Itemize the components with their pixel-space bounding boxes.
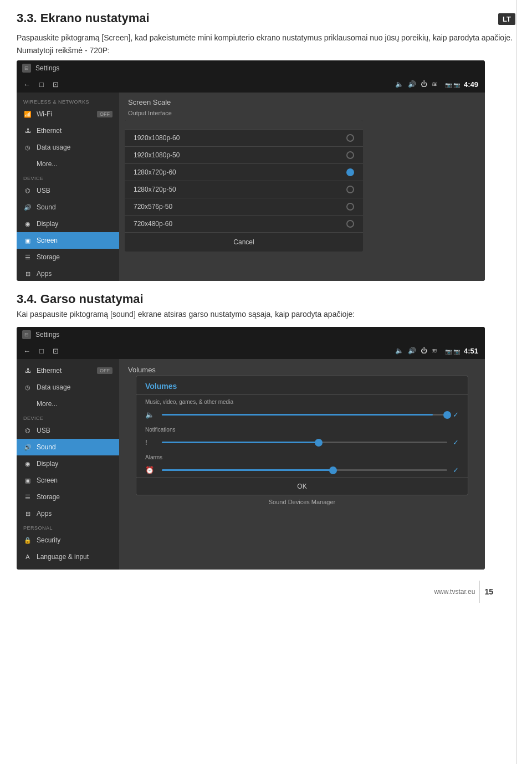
back-icon-sound[interactable]: ←: [23, 347, 30, 355]
sidebar-item-display-sound[interactable]: ◉ Display: [17, 455, 119, 472]
sound-time-badge: 📷 📷 4:51: [445, 347, 478, 355]
backup-icon-sound: ⟳: [23, 569, 32, 570]
sidebar-item-storage[interactable]: ☰ Storage: [17, 249, 119, 265]
overflow-sound-icon[interactable]: ≋: [432, 347, 437, 355]
sidebar-item-security-sound[interactable]: 🔒 Security: [17, 532, 119, 548]
radio-1280-50[interactable]: [346, 186, 354, 193]
volumes-dialog-box: Volumes Music, video, games, & other med…: [136, 376, 468, 495]
sidebar-item-more-sound[interactable]: More...: [17, 396, 119, 412]
sidebar-item-usb[interactable]: ⌬ USB: [17, 182, 119, 199]
notifications-volume-icon: !: [145, 438, 157, 447]
sidebar-item-storage-sound[interactable]: ☰ Storage: [17, 489, 119, 505]
language-icon-sound: A: [23, 552, 32, 561]
notifications-slider-track[interactable]: [162, 442, 447, 443]
resolution-item-1280-60[interactable]: 1280x720p-60: [125, 163, 363, 181]
volumes-ok-button[interactable]: OK: [136, 478, 468, 495]
sidebar-item-screen[interactable]: ▣ Screen: [17, 232, 119, 249]
sound-screenshot-body: 🖧 Ethernet OFF ◷ Data usage More... DEVI…: [17, 359, 485, 570]
usb-icon: ⌬: [23, 186, 32, 195]
section-34-header: 3.4. Garso nustatymai Kai paspausite pik…: [17, 292, 515, 320]
back-icon[interactable]: ←: [23, 80, 30, 89]
wifi-label: Wi-Fi: [37, 110, 52, 118]
wireless-section-label: WIRELESS & NETWORKS: [17, 96, 119, 106]
sidebar-item-more[interactable]: More...: [17, 156, 119, 172]
resolution-item-1280-50[interactable]: 1280x720p-50: [125, 181, 363, 198]
radio-1920-60[interactable]: [346, 134, 354, 142]
ethernet-icon: 🖧: [23, 126, 32, 135]
resolution-cancel-button[interactable]: Cancel: [125, 232, 363, 252]
security-label-sound: Security: [37, 536, 60, 544]
radio-1920-50[interactable]: [346, 151, 354, 159]
sidebar-item-backup-sound[interactable]: ⟳ Backup & reset: [17, 565, 119, 570]
volume-up-sound-icon[interactable]: 🔊: [408, 347, 416, 355]
sidebar-item-data-usage[interactable]: ◷ Data usage: [17, 139, 119, 156]
radio-720-576[interactable]: [346, 203, 354, 211]
display-icon-sound: ◉: [23, 459, 32, 468]
sidebar-item-apps[interactable]: ⊞ Apps: [17, 265, 119, 281]
usb-icon-sound: ⌬: [23, 426, 32, 435]
section-33-header: 3.3. Ekrano nustatymai LT: [17, 11, 515, 28]
more-icon-sound: [23, 399, 32, 408]
sidebar-item-ethernet[interactable]: 🖧 Ethernet: [17, 122, 119, 139]
volume-down-sound-icon[interactable]: 🔈: [395, 347, 403, 355]
sidebar-item-sound-sound[interactable]: 🔊 Sound: [17, 439, 119, 455]
data-usage-label-sound: Data usage: [37, 383, 70, 391]
sidebar-item-apps-sound[interactable]: ⊞ Apps: [17, 505, 119, 522]
radio-720-480[interactable]: [346, 220, 354, 228]
wifi-icon: 📶: [23, 110, 32, 119]
nav-bar-top-screen: ← □ ⊡ 🔈 🔊 ⏻ ≋ 📷 📷 4:49: [17, 76, 485, 93]
music-slider-fill: [162, 414, 433, 416]
resolution-item-720-480[interactable]: 720x480p-60: [125, 215, 363, 232]
home-icon-sound[interactable]: □: [39, 347, 44, 355]
notifications-slider-thumb[interactable]: [315, 439, 323, 447]
power-sound-icon[interactable]: ⏻: [421, 347, 427, 355]
sidebar-item-data-usage-sound[interactable]: ◷ Data usage: [17, 379, 119, 396]
resolution-item-1920-50[interactable]: 1920x1080p-50: [125, 146, 363, 163]
alarms-slider-thumb[interactable]: [329, 466, 337, 474]
sidebar-sound: 🖧 Ethernet OFF ◷ Data usage More... DEVI…: [17, 359, 119, 570]
power-nav-icon[interactable]: ⏻: [421, 80, 427, 88]
screen-titlebar: ⊟ Settings: [17, 60, 485, 76]
recent-icon[interactable]: ⊡: [53, 80, 59, 89]
resolution-item-720-576[interactable]: 720x576p-50: [125, 198, 363, 215]
sidebar-item-display[interactable]: ◉ Display: [17, 216, 119, 232]
sidebar-item-screen-sound[interactable]: ▣ Screen: [17, 472, 119, 489]
more-label: More...: [37, 160, 57, 168]
alarms-slider-track[interactable]: [162, 469, 447, 471]
resolution-label-720-576: 720x576p-50: [134, 203, 172, 211]
sidebar-item-language-sound[interactable]: A Language & input: [17, 548, 119, 565]
apps-label: Apps: [37, 270, 52, 278]
volumes-bg-title: Volumes: [128, 366, 156, 374]
wifi-toggle[interactable]: OFF: [97, 111, 112, 117]
radio-1280-60[interactable]: [346, 168, 354, 176]
music-section-label: Music, video, games, & other media: [136, 394, 468, 407]
sound-icon: 🔊: [23, 203, 32, 212]
resolution-label-1920-60: 1920x1080p-60: [134, 134, 180, 142]
music-slider-track[interactable]: [162, 414, 447, 416]
section-34-text: Kai paspausite piktogramą [sound] ekrane…: [17, 309, 515, 320]
storage-label-sound: Storage: [37, 493, 60, 501]
sidebar-item-sound[interactable]: 🔊 Sound: [17, 199, 119, 216]
resolution-label-720-480: 720x480p-60: [134, 220, 172, 228]
resolution-item-1920-60[interactable]: 1920x1080p-60: [125, 129, 363, 146]
nav-bar-sound: ← □ ⊡ 🔈 🔊 ⏻ ≋ 📷 📷 4:51: [17, 342, 485, 359]
sidebar-item-ethernet-sound[interactable]: 🖧 Ethernet OFF: [17, 362, 119, 379]
resolution-dialog-overlay: 1920x1080p-60 1920x1080p-50 1280x720p-60: [119, 93, 485, 281]
language-label-sound: Language & input: [37, 553, 89, 561]
titlebar-title: Settings: [35, 64, 59, 72]
apps-icon-sound: ⊞: [23, 509, 32, 518]
volume-down-nav-icon[interactable]: 🔈: [395, 80, 403, 88]
lt-badge: LT: [498, 13, 515, 25]
alarms-section-label: Alarms: [136, 450, 468, 463]
overflow-nav-icon[interactable]: ≋: [432, 80, 437, 88]
recent-icon-sound[interactable]: ⊡: [53, 347, 59, 355]
volume-up-nav-icon[interactable]: 🔊: [408, 80, 416, 88]
music-slider-thumb[interactable]: [443, 411, 451, 419]
footer-divider: [479, 581, 480, 603]
home-icon[interactable]: □: [39, 80, 44, 89]
sidebar-item-wifi[interactable]: 📶 Wi-Fi OFF: [17, 106, 119, 122]
ethernet-toggle-sound[interactable]: OFF: [97, 367, 112, 374]
sidebar-item-usb-sound[interactable]: ⌬ USB: [17, 422, 119, 439]
screen-icon: ▣: [23, 236, 32, 245]
volumes-dialog-container: Volumes Music, video, games, & other med…: [125, 376, 479, 553]
